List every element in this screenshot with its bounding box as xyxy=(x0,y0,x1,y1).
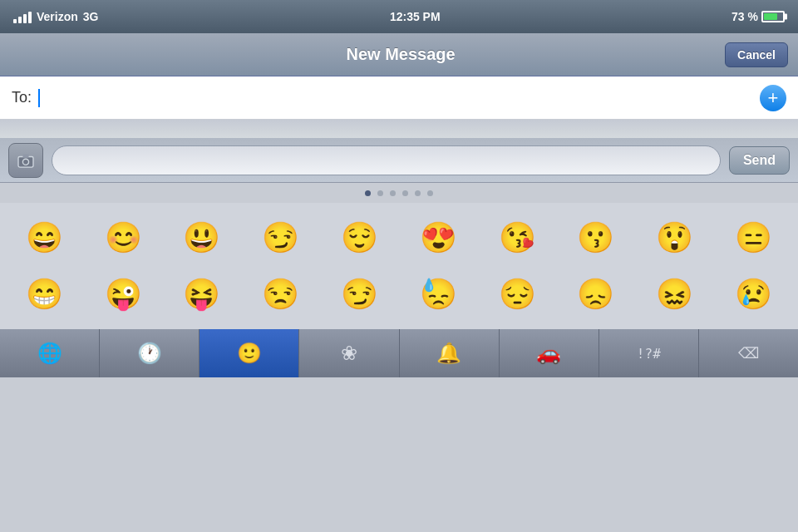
emoji-4[interactable]: 😌 xyxy=(322,211,397,264)
car-icon: 🚗 xyxy=(536,342,561,365)
dot-5 xyxy=(415,190,421,196)
emoji-2[interactable]: 😃 xyxy=(165,211,240,264)
emoji-7[interactable]: 😗 xyxy=(559,211,634,264)
emoji-8[interactable]: 😲 xyxy=(637,211,712,264)
bell-icon: 🔔 xyxy=(436,342,461,365)
emoji-17[interactable]: 😞 xyxy=(559,268,634,321)
emoji-9[interactable]: 😑 xyxy=(716,211,791,264)
battery-icon xyxy=(761,11,785,22)
add-contact-button[interactable]: + xyxy=(760,85,786,111)
emoji-16[interactable]: 😔 xyxy=(480,268,555,321)
emoji-6[interactable]: 😘 xyxy=(480,211,555,264)
emoji-13[interactable]: 😒 xyxy=(243,268,318,321)
emoji-14[interactable]: 😏 xyxy=(322,268,397,321)
kb-key-symbols[interactable]: !?# xyxy=(599,329,699,377)
symbols-icon: !?# xyxy=(637,346,661,362)
signal-bar-1 xyxy=(13,19,17,23)
flower-icon: ❀ xyxy=(341,342,357,365)
emoji-11[interactable]: 😜 xyxy=(86,268,161,321)
to-input-wrapper[interactable] xyxy=(38,89,760,107)
signal-bar-2 xyxy=(18,17,22,23)
globe-icon: 🌐 xyxy=(37,342,62,365)
nav-bar: New Message Cancel xyxy=(0,33,798,76)
svg-point-1 xyxy=(22,159,28,165)
to-label: To: xyxy=(12,89,32,106)
nav-title: New Message xyxy=(76,45,725,64)
dot-4 xyxy=(402,190,408,196)
emoji-18[interactable]: 😖 xyxy=(637,268,712,321)
delete-key[interactable]: ⌫ xyxy=(699,329,798,377)
kb-key-emoji[interactable]: 🙂 xyxy=(200,329,299,377)
emoji-0[interactable]: 😄 xyxy=(7,211,82,264)
emoji-10[interactable]: 😁 xyxy=(7,268,82,321)
kb-key-recent[interactable]: 🕐 xyxy=(100,329,200,377)
kb-key-flower[interactable]: ❀ xyxy=(299,329,399,377)
emoji-1[interactable]: 😊 xyxy=(86,211,161,264)
emoji-12[interactable]: 😝 xyxy=(165,268,240,321)
kb-key-car[interactable]: 🚗 xyxy=(500,329,599,377)
status-time: 12:35 PM xyxy=(390,10,441,23)
status-left: Verizon 3G xyxy=(13,10,98,23)
battery-container: 73 % xyxy=(732,10,785,23)
keyboard-bottom-bar: 🌐 🕐 🙂 ❀ 🔔 🚗 !?# ⌫ xyxy=(0,329,798,377)
dot-3 xyxy=(390,190,396,196)
carrier-label: Verizon xyxy=(37,10,78,23)
send-button[interactable]: Send xyxy=(729,146,790,175)
camera-button[interactable] xyxy=(8,143,43,178)
emoji-5[interactable]: 😍 xyxy=(401,211,476,264)
dot-1 xyxy=(365,190,371,196)
battery-fill xyxy=(764,13,777,20)
signal-bars xyxy=(13,10,32,23)
battery-percent: 73 % xyxy=(732,10,758,23)
network-label: 3G xyxy=(83,10,99,23)
dot-2 xyxy=(377,190,383,196)
emoji-3[interactable]: 😏 xyxy=(243,211,318,264)
to-field: To: + xyxy=(0,76,798,120)
message-input[interactable] xyxy=(52,145,721,175)
message-area: Send xyxy=(0,138,798,183)
camera-icon xyxy=(17,153,35,168)
pagination-dots xyxy=(0,183,798,203)
emoji-grid: 😄😊😃😏😌😍😘😗😲😑😁😜😝😒😏😓😔😞😖😢 xyxy=(0,203,798,329)
clock-icon: 🕐 xyxy=(137,342,162,365)
dot-6 xyxy=(427,190,433,196)
emoji-19[interactable]: 😢 xyxy=(716,268,791,321)
signal-bar-4 xyxy=(28,12,32,23)
svg-rect-2 xyxy=(22,154,28,157)
emoji-icon: 🙂 xyxy=(237,342,262,365)
delete-icon: ⌫ xyxy=(738,344,759,362)
signal-bar-3 xyxy=(23,14,27,23)
emoji-15[interactable]: 😓 xyxy=(401,268,476,321)
separator xyxy=(0,120,798,138)
to-cursor xyxy=(38,89,40,107)
kb-key-bell[interactable]: 🔔 xyxy=(400,329,500,377)
status-bar: Verizon 3G 12:35 PM 73 % xyxy=(0,0,798,33)
cancel-button[interactable]: Cancel xyxy=(725,42,788,67)
kb-key-globe[interactable]: 🌐 xyxy=(0,329,100,377)
